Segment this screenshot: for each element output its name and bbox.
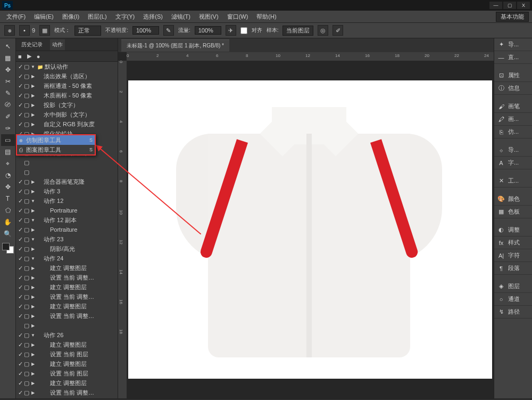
tool-button-4[interactable]: ✎ (1, 87, 15, 99)
action-row[interactable]: ✓▢▶设置 当前 调整… (16, 273, 118, 282)
dock-panel-button[interactable]: ✦导... (494, 38, 532, 51)
dock-panel-button[interactable]: ◈图层 (494, 280, 532, 293)
dock-panel-button[interactable]: ◐调整 (494, 224, 532, 236)
workspace-selector[interactable]: 基本功能 (496, 12, 529, 22)
dock-panel-button[interactable]: 🖌画笔 (494, 100, 532, 113)
action-row[interactable]: ✓▢▶Portraiture (16, 206, 118, 215)
tool-button-7[interactable]: ✑ (1, 123, 15, 134)
history-tab[interactable]: 历史记录 (19, 39, 45, 50)
action-row[interactable]: ✓▢▼动作 23 (16, 234, 118, 244)
tool-button-6[interactable]: ✐ (1, 111, 15, 123)
window-minimize[interactable]: — (489, 2, 502, 9)
action-row[interactable]: ✓▢▶木质画框 - 50 像素 (16, 91, 118, 100)
action-row[interactable]: ✓▢▶混合器画笔克隆 (16, 177, 118, 186)
pattern-stamp-tool-item[interactable]: ⎙ 图案图章工具 S (17, 145, 95, 154)
dock-panel-button[interactable]: A|字符 (494, 249, 532, 262)
tool-button-10[interactable]: ⌖ (1, 158, 15, 169)
menu-item-2[interactable]: 图像(I) (59, 12, 82, 22)
tool-preset-icon[interactable]: ⎈ (4, 25, 15, 36)
dock-panel-button[interactable]: ⓘ信息 (494, 82, 532, 95)
menu-item-9[interactable]: 帮助(H) (253, 12, 279, 22)
tool-button-8[interactable]: ▭ (1, 134, 15, 146)
ruler-vertical[interactable]: 024681012141618 (118, 61, 127, 398)
document-tab[interactable]: 未标题-1 @ 100% (图层 1 副本, RGB/8) * (121, 39, 229, 52)
tool-button-5[interactable]: 〄 (1, 99, 15, 111)
action-row[interactable]: ✓▢▶建立 调整图层 (16, 359, 118, 369)
tool-button-16[interactable]: 🔍 (1, 228, 15, 240)
action-row[interactable]: ✓▢▶设置 当前 图层 (16, 349, 118, 359)
dock-panel-button[interactable]: 🎨颜色 (494, 193, 532, 206)
ruler-horizontal[interactable]: 024681012141618202224 (127, 52, 494, 61)
action-row[interactable]: ✓▢▶阴影/高光 (16, 244, 118, 254)
menu-item-0[interactable]: 文件(F) (3, 12, 29, 22)
canvas[interactable] (128, 80, 492, 379)
action-row[interactable]: ✓▢▶设置 当前 调整… (16, 388, 118, 397)
action-row[interactable]: ▢▶ (16, 321, 118, 330)
actions-tree[interactable]: ✓▢▼默认动作✓▢▶淡出效果（选区）✓▢▶画框通道 - 50 像素✓▢▶木质画框… (16, 62, 118, 398)
ignore-adjust-icon[interactable]: ◎ (318, 25, 328, 36)
menu-item-3[interactable]: 图层(L) (85, 12, 110, 22)
tool-button-12[interactable]: ✥ (1, 181, 15, 193)
dock-panel-button[interactable]: —直... (494, 51, 532, 64)
aligned-checkbox[interactable] (240, 27, 247, 34)
dock-panel-button[interactable]: ✕工... (494, 175, 532, 187)
actions-control-2[interactable]: ● (37, 53, 40, 60)
pressure-size-icon[interactable]: ✐ (332, 25, 343, 36)
menu-item-8[interactable]: 窗口(W) (224, 12, 252, 22)
menu-item-7[interactable]: 视图(V) (196, 12, 222, 22)
tool-button-11[interactable]: ◔ (1, 169, 15, 181)
clone-stamp-tool-item[interactable]: ⎈ 仿制图章工具 S (17, 135, 95, 145)
action-row[interactable]: ✓▢▼动作 12 (16, 196, 118, 206)
pressure-opacity-icon[interactable]: ✎ (163, 25, 174, 36)
tool-button-14[interactable]: ⬠ (1, 205, 15, 216)
action-row[interactable]: ✓▢▶动作 3 (16, 186, 118, 196)
action-row[interactable]: ▢ (16, 167, 118, 177)
dock-panel-button[interactable]: ↯路径 (494, 306, 532, 319)
action-row[interactable]: ✓▢▶建立 调整图层 (16, 340, 118, 349)
dock-panel-button[interactable]: ⟐导... (494, 144, 532, 157)
action-row[interactable]: ▢ (16, 158, 118, 167)
brush-preview-icon[interactable]: • (19, 25, 30, 36)
action-row[interactable]: ✓▢▼动作 24 (16, 254, 118, 263)
dock-panel-button[interactable]: A字... (494, 157, 532, 169)
action-row[interactable]: ✓▢▶投影（文字） (16, 100, 118, 110)
action-row[interactable]: ✓▢▶画框通道 - 50 像素 (16, 81, 118, 91)
action-row[interactable]: ✓▢▼默认动作 (16, 62, 118, 71)
action-row[interactable]: ✓▢▶设置 当前 调整… (16, 292, 118, 301)
tool-button-15[interactable]: ✋ (1, 216, 15, 228)
menu-item-1[interactable]: 编辑(E) (31, 12, 57, 22)
action-row[interactable]: ✓▢▶淡出效果（选区） (16, 71, 118, 81)
blend-mode-select[interactable]: 正常 (74, 26, 101, 36)
tool-button-9[interactable]: ▤ (1, 146, 15, 158)
tool-button-0[interactable]: ↖ (1, 40, 15, 52)
dock-panel-button[interactable]: ⎘仿... (494, 126, 532, 138)
action-row[interactable]: ✓▢▶设置 当前 图层 (16, 369, 118, 378)
color-swatches[interactable] (2, 243, 14, 254)
actions-tab[interactable]: 动作 (50, 39, 65, 50)
dock-panel-button[interactable]: fx样式 (494, 236, 532, 249)
action-row[interactable]: ✓▢▼动作 26 (16, 330, 118, 340)
tool-button-1[interactable]: ▦ (1, 52, 15, 64)
dock-panel-button[interactable]: ▦色板 (494, 206, 532, 218)
dock-panel-button[interactable]: ○通道 (494, 293, 532, 306)
actions-control-1[interactable]: ▶ (27, 53, 31, 60)
canvas-viewport[interactable] (127, 61, 494, 398)
action-row[interactable]: ✓▢▶设置 当前 调整… (16, 311, 118, 321)
menu-item-6[interactable]: 滤镜(T) (168, 12, 194, 22)
action-row[interactable]: ✓▢▶自定义 RGB 到灰度 (16, 119, 118, 129)
dock-panel-button[interactable]: ⊡属性 (494, 69, 532, 82)
actions-control-0[interactable]: ■ (18, 53, 22, 60)
window-maximize[interactable]: ▢ (503, 2, 516, 9)
action-row[interactable]: ✓▢▶水中倒影（文字） (16, 110, 118, 119)
menu-item-5[interactable]: 选择(S) (140, 12, 166, 22)
tool-button-13[interactable]: T (1, 193, 15, 205)
airbrush-icon[interactable]: ✈ (226, 25, 236, 36)
action-row[interactable]: ✓▢▶建立 调整图层 (16, 378, 118, 388)
dock-panel-button[interactable]: ¶段落 (494, 262, 532, 275)
brush-panel-icon[interactable]: ▦ (39, 25, 50, 36)
action-row[interactable]: ✓▢▼动作 27 (16, 397, 118, 398)
action-row[interactable]: ✓▢▶Portraiture (16, 225, 118, 234)
action-row[interactable]: ✓▢▶建立 调整图层 (16, 301, 118, 311)
tool-button-2[interactable]: ✥ (1, 64, 15, 76)
window-close[interactable]: X (517, 2, 530, 9)
